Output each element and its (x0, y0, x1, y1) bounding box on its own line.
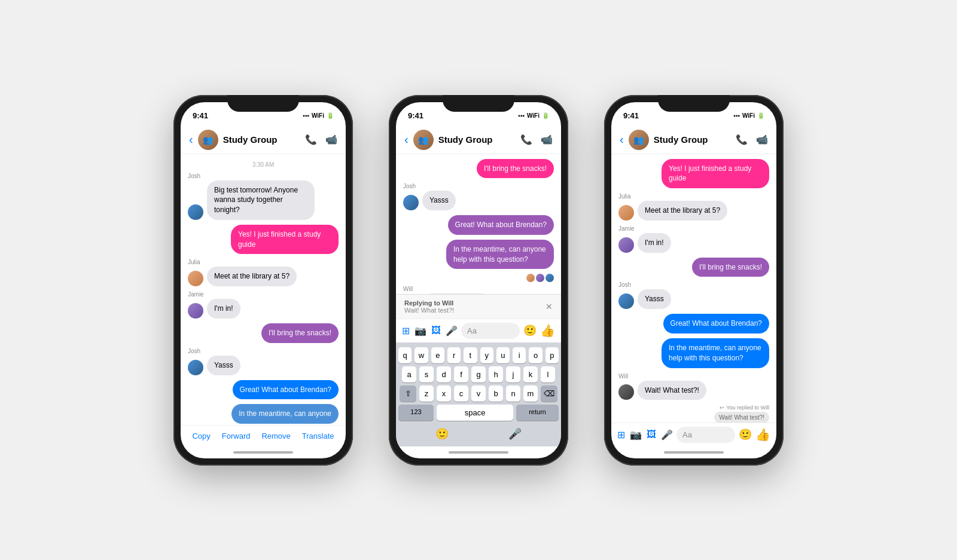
wifi-icon-2: WiFi (527, 112, 540, 119)
grid-icon-2[interactable]: ⊞ (402, 325, 410, 336)
bubble-jamie-1[interactable]: I'm in! (207, 299, 240, 319)
key-d[interactable]: d (437, 366, 451, 382)
emoji-button-3[interactable]: 🙂 (739, 428, 752, 441)
bubble-guide-3[interactable]: Yes! I just finished a study guide (662, 159, 769, 189)
nav-bar-1: ‹ 👥 Study Group 📞 📹 (181, 126, 346, 154)
bubble-julia-3[interactable]: Meet at the library at 5? (638, 201, 727, 221)
key-b[interactable]: b (489, 385, 503, 402)
bubble-brendan-1[interactable]: Great! What about Brendan? (233, 380, 339, 400)
video-call-button-3[interactable]: 📹 (756, 134, 768, 145)
phone-call-button-3[interactable]: 📞 (736, 134, 748, 145)
key-s[interactable]: s (419, 366, 434, 382)
key-123[interactable]: 123 (398, 405, 434, 421)
key-delete[interactable]: ⌫ (541, 385, 557, 402)
sender-josh-2: Josh (403, 183, 416, 189)
msg-row-guide-3: Yes! I just finished a study guide (618, 159, 769, 189)
bubble-meantime-1[interactable]: In the meantime, can anyone (231, 404, 339, 424)
phone-call-button-1[interactable]: 📞 (305, 134, 317, 145)
group-avatar-2: 👥 (413, 130, 434, 150)
key-z[interactable]: z (419, 385, 434, 402)
key-space[interactable]: space (437, 405, 513, 421)
message-input-2[interactable]: Aa (461, 323, 520, 339)
key-p[interactable]: p (545, 347, 559, 363)
msg-row-josh-3: Josh Yasss (618, 281, 769, 309)
key-k[interactable]: k (523, 366, 538, 382)
key-v[interactable]: v (471, 385, 486, 402)
key-m[interactable]: m (523, 385, 538, 402)
bubble-snacks-2[interactable]: I'll bring the snacks! (477, 159, 554, 179)
key-y[interactable]: y (480, 347, 493, 363)
key-q[interactable]: q (398, 347, 412, 363)
key-l[interactable]: l (541, 366, 555, 382)
bubble-meantime-3[interactable]: In the meantime, can anyone help with th… (662, 338, 769, 368)
key-w[interactable]: w (415, 347, 428, 363)
back-button-3[interactable]: ‹ (620, 133, 624, 146)
key-i[interactable]: i (513, 347, 526, 363)
bubble-snacks-1[interactable]: I'll bring the snacks! (261, 323, 339, 343)
wifi-icon: WiFi (312, 112, 324, 119)
back-button-1[interactable]: ‹ (189, 133, 193, 146)
key-u[interactable]: u (496, 347, 510, 363)
message-input-3[interactable]: Aa (676, 427, 735, 443)
video-call-button-2[interactable]: 📹 (541, 134, 553, 145)
grid-icon-3[interactable]: ⊞ (617, 429, 625, 440)
like-button-3[interactable]: 👍 (755, 427, 770, 442)
mic-icon-3[interactable]: 🎤 (661, 429, 673, 440)
bubble-snacks-3[interactable]: I'll bring the snacks! (692, 258, 769, 277)
msg-with-avatar-josh-2: Yasss (403, 191, 456, 210)
key-n[interactable]: n (506, 385, 520, 402)
bubble-josh-1[interactable]: Big test tomorrow! Anyone wanna study to… (207, 180, 315, 220)
like-button-2[interactable]: 👍 (540, 323, 555, 338)
camera-icon-2[interactable]: 📷 (415, 325, 426, 336)
camera-icon-3[interactable]: 📷 (630, 429, 642, 440)
key-shift[interactable]: ⇧ (400, 385, 416, 402)
input-bar-3: ⊞ 📷 🖼 🎤 Aa 🙂 👍 (611, 423, 776, 446)
messages-2: I'll bring the snacks! Josh Yasss Great!… (396, 154, 561, 294)
bubble-will-3[interactable]: Wait! What test?! (638, 381, 706, 400)
key-c[interactable]: c (454, 385, 468, 402)
emoji-button-2[interactable]: 🙂 (523, 324, 537, 337)
reply-close-button[interactable]: ✕ (545, 302, 553, 311)
key-return[interactable]: return (516, 405, 559, 421)
sender-julia-3: Julia (618, 193, 631, 200)
nav-actions-3: 📞 📹 (736, 134, 768, 145)
key-x[interactable]: x (437, 385, 451, 402)
phone-call-button-2[interactable]: 📞 (520, 134, 532, 145)
bubble-josh-yasss-1[interactable]: Yasss (207, 356, 240, 375)
avatar-will-3 (618, 384, 634, 400)
sender-josh-1: Josh (188, 173, 200, 179)
key-e[interactable]: e (431, 347, 444, 363)
video-call-button-1[interactable]: 📹 (325, 134, 337, 145)
key-j[interactable]: j (506, 366, 520, 382)
key-f[interactable]: f (454, 366, 468, 382)
bubble-brendan-2[interactable]: Great! What about Brendan? (448, 215, 554, 235)
key-r[interactable]: r (447, 347, 461, 363)
key-a[interactable]: a (402, 366, 416, 382)
bubble-brendan-3[interactable]: Great! What about Brendan? (663, 314, 769, 333)
key-o[interactable]: o (529, 347, 542, 363)
bubble-josh-3[interactable]: Yasss (638, 289, 671, 309)
key-h[interactable]: h (489, 366, 503, 382)
msg-with-avatar-will-3: Wait! What test?! (618, 381, 706, 400)
replied-bubble-3: Wait! What test?! (714, 412, 769, 422)
key-g[interactable]: g (471, 366, 486, 382)
bubble-josh-2[interactable]: Yasss (422, 191, 456, 210)
msg-row-snacks-3: I'll bring the snacks! (618, 258, 769, 277)
bubble-julia-1[interactable]: Meet at the library at 5? (207, 267, 297, 286)
copy-button[interactable]: Copy (192, 432, 210, 440)
translate-button[interactable]: Translate (302, 432, 334, 440)
msg-row-brendan-1: Great! What about Brendan? (188, 380, 339, 400)
image-icon-2[interactable]: 🖼 (431, 325, 441, 336)
emoji-kb-icon[interactable]: 🙂 (435, 427, 449, 440)
remove-button[interactable]: Remove (261, 432, 290, 440)
bubble-jamie-3[interactable]: I'm in! (638, 233, 671, 253)
bubble-me-1[interactable]: Yes! I just finished a study guide (231, 225, 339, 255)
forward-button[interactable]: Forward (222, 432, 251, 440)
reply-to-text: Wait! What test?! (404, 307, 454, 314)
back-button-2[interactable]: ‹ (404, 133, 409, 146)
mic-icon-2[interactable]: 🎤 (446, 325, 458, 336)
bubble-meantime-2[interactable]: In the meantime, can anyone help with th… (446, 240, 554, 270)
image-icon-3[interactable]: 🖼 (647, 429, 656, 440)
mic-kb-icon[interactable]: 🎤 (508, 427, 522, 440)
key-t[interactable]: t (464, 347, 477, 363)
